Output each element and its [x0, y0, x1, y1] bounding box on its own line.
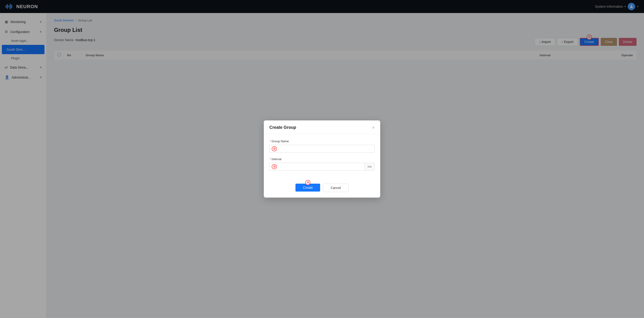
create-group-modal: Create Group × * Group Name ② * Interval	[264, 120, 380, 198]
interval-required-star: *	[270, 157, 270, 161]
modal-cancel-button[interactable]: Cancel	[323, 184, 348, 192]
step4-badge: ④	[305, 180, 310, 185]
group-name-input[interactable]	[270, 145, 374, 153]
step2-badge: ②	[272, 146, 277, 151]
modal-body: * Group Name ② * Interval ③	[264, 134, 380, 180]
group-name-required-star: *	[270, 140, 270, 143]
modal-title: Create Group	[270, 125, 296, 130]
modal-close-button[interactable]: ×	[372, 126, 374, 130]
step3-badge: ③	[272, 164, 277, 169]
interval-input-wrapper: ③	[270, 163, 364, 171]
interval-label: * Interval	[270, 157, 374, 161]
modal-footer: ④ Create Cancel	[264, 180, 380, 198]
group-name-form-group: * Group Name ②	[270, 140, 374, 153]
modal-header: Create Group ×	[264, 120, 380, 134]
group-name-label: * Group Name	[270, 140, 374, 143]
interval-input-group: ③ ms	[270, 163, 374, 171]
interval-suffix: ms	[364, 163, 374, 171]
create-btn-wrapper: ④ Create	[296, 184, 320, 192]
modal-overlay[interactable]: Create Group × * Group Name ② * Interval	[0, 0, 644, 318]
interval-input[interactable]	[270, 163, 364, 171]
interval-form-group: * Interval ③ ms	[270, 157, 374, 171]
group-name-input-wrapper: ②	[270, 145, 374, 153]
